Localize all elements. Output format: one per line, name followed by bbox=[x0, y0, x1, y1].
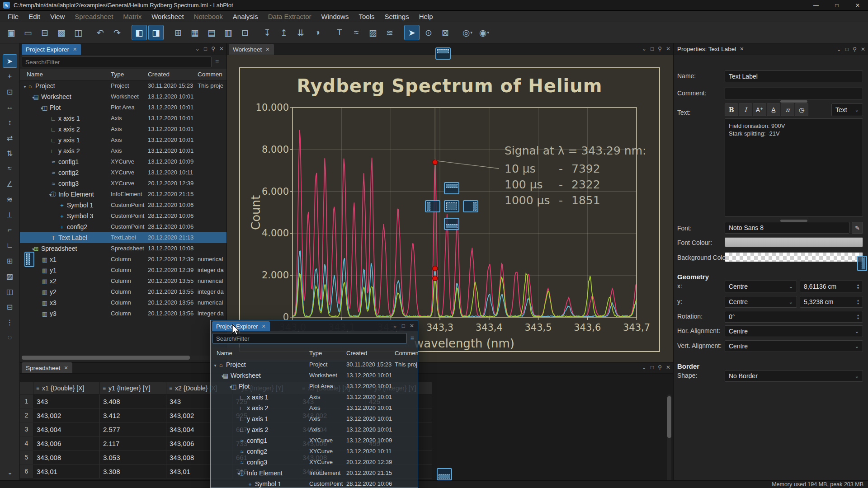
y-anchor-select[interactable]: Centre⌄ bbox=[725, 296, 797, 308]
add-text-label-button[interactable]: T bbox=[332, 25, 347, 40]
tree-row-project[interactable]: ▾⌂ProjectProject30.11.2020 15:23This pro… bbox=[20, 80, 226, 91]
tree-row-config1[interactable]: ≈config1XYCurve13.12.2020 10:09 bbox=[20, 156, 226, 167]
add-axis-button[interactable]: ⊥ bbox=[3, 208, 17, 221]
tree-row-x3[interactable]: ▥x3Column20.12.2020 13:56numerical bbox=[20, 297, 226, 308]
superscript-button[interactable]: A⁺ bbox=[753, 103, 766, 116]
text-content-editor[interactable]: Field ionisation: 900V Stark splitting: … bbox=[725, 118, 863, 217]
scrollbar-thumb[interactable] bbox=[667, 396, 671, 438]
search-input[interactable]: Search/Filter bbox=[212, 333, 407, 344]
shift-y-button[interactable]: ⇅ bbox=[3, 146, 17, 160]
row-number[interactable]: 2 bbox=[20, 408, 33, 422]
dock-close-icon[interactable]: ✕ bbox=[219, 46, 224, 52]
table-cell[interactable]: 3.408 bbox=[100, 394, 166, 408]
dock-menu-icon[interactable]: ⌄ bbox=[642, 364, 646, 371]
add-fit-button[interactable]: ≋ bbox=[3, 192, 17, 206]
tree-row-y-axis-1[interactable]: ∟y axis 1Axis13.12.2020 10:01 bbox=[211, 413, 418, 424]
insert-datetime-button[interactable]: ◷ bbox=[795, 103, 808, 116]
column-header-name[interactable]: Name bbox=[217, 347, 232, 359]
select-mode-button[interactable]: ➤ bbox=[404, 25, 420, 40]
add-horizontal-axis-button[interactable]: ⌐ bbox=[3, 223, 17, 237]
column-header-x1[interactable]: ≡x1 {Double} [X] bbox=[33, 382, 100, 394]
save-project-button[interactable]: ⊟ bbox=[37, 25, 52, 40]
menu-spreadsheet[interactable]: Spreadsheet bbox=[70, 11, 118, 22]
tree-row-worksheet[interactable]: ▾▤WorksheetWorksheet13.12.2020 10:01 bbox=[20, 91, 226, 102]
tree-row-text-label[interactable]: TText LabelTextLabel20.12.2020 21:13 bbox=[20, 232, 226, 243]
choose-font-button[interactable]: ✎ bbox=[852, 222, 863, 234]
title-bar[interactable]: ∿ C:/temp/bin/data/labplot2/examples/Gen… bbox=[0, 0, 868, 11]
properties-close-icon[interactable]: ✕ bbox=[740, 46, 744, 52]
add-grid-button[interactable]: ⊞ bbox=[3, 254, 17, 267]
search-input[interactable]: Search/Filter bbox=[22, 56, 212, 67]
font-colour-swatch[interactable] bbox=[725, 237, 863, 247]
tree-row-config2[interactable]: +config2CustomPoint28.12.2020 10:06 bbox=[20, 221, 226, 232]
table-cell[interactable]: 343 bbox=[33, 394, 100, 408]
column-header-comment[interactable]: Commen bbox=[198, 69, 222, 80]
table-cell[interactable]: 3.308 bbox=[100, 465, 166, 479]
comment-input[interactable] bbox=[725, 88, 863, 99]
border-shape-select[interactable]: No Border⌄ bbox=[725, 370, 863, 382]
zoom-select-mode-button[interactable]: ⊠ bbox=[438, 25, 453, 40]
print-preview-button[interactable]: ◫ bbox=[71, 25, 86, 40]
import-file-button[interactable]: ↧ bbox=[259, 25, 275, 40]
column-header-name[interactable]: Name bbox=[27, 69, 43, 80]
dock-pin-icon[interactable]: ⚲ bbox=[658, 364, 662, 371]
column-header-type[interactable]: Type bbox=[111, 69, 124, 80]
tree-row-config3[interactable]: ≈config3XYCurve20.12.2020 12:39 bbox=[20, 178, 226, 189]
dock-close-icon[interactable]: ✕ bbox=[861, 46, 865, 52]
dock-pin-icon[interactable]: ⚲ bbox=[211, 46, 215, 52]
menu-notebook[interactable]: Notebook bbox=[189, 11, 228, 22]
menu-worksheet[interactable]: Worksheet bbox=[146, 11, 189, 22]
row-number[interactable]: 4 bbox=[20, 436, 33, 450]
tree-row-x1[interactable]: ▥x1Column20.12.2020 12:39numerical bbox=[20, 254, 226, 265]
color-theme-button[interactable]: ◑ bbox=[310, 25, 325, 40]
floating-project-explorer[interactable]: Project Explorer ✕ ⌄ □ ✕ Search/Filter ≡… bbox=[210, 320, 418, 488]
menu-tools[interactable]: Tools bbox=[354, 11, 379, 22]
tree-row-symbol-1[interactable]: +Symbol 1CustomPoint28.12.2020 10:06 bbox=[211, 479, 418, 488]
tree-row-y2[interactable]: ▥y2Column20.12.2020 13:55integer da bbox=[20, 286, 226, 297]
tree-row-worksheet[interactable]: ▾▤WorksheetWorksheet13.12.2020 10:01 bbox=[211, 370, 418, 381]
dock-close-icon[interactable]: ✕ bbox=[666, 46, 670, 52]
tab-close-icon[interactable]: ✕ bbox=[261, 324, 265, 329]
tree-row-spreadsheet[interactable]: ▾⊞SpreadsheetSpreadsheet13.12.2020 10:08 bbox=[20, 243, 226, 254]
dock-float-icon[interactable]: □ bbox=[651, 364, 654, 371]
add-shape-button[interactable]: ◌ bbox=[3, 331, 17, 344]
info-element-label[interactable]: Signal at λ = 343.29 nm: 10 µs-7392100 µ… bbox=[505, 144, 646, 208]
redo-button[interactable]: ↷ bbox=[109, 25, 125, 40]
column-header-y1[interactable]: ≡y1 {Integer} [Y] bbox=[100, 382, 166, 394]
dock-float-icon[interactable]: □ bbox=[204, 46, 207, 52]
table-cell[interactable]: 343,006 bbox=[33, 436, 100, 450]
text-mode-select[interactable]: Text ⌄ bbox=[831, 103, 863, 116]
row-number[interactable]: 5 bbox=[20, 450, 33, 465]
filter-options-icon[interactable]: ≡ bbox=[410, 334, 414, 342]
tab-close-icon[interactable]: ✕ bbox=[64, 365, 68, 371]
expander-icon[interactable]: ▾ bbox=[211, 371, 222, 382]
menu-matrix[interactable]: Matrix bbox=[118, 11, 146, 22]
tree-row-x-axis-2[interactable]: ∟x axis 2Axis13.12.2020 10:01 bbox=[20, 124, 226, 135]
menu-help[interactable]: Help bbox=[414, 11, 438, 22]
subscript-button[interactable]: A̲ bbox=[767, 103, 780, 116]
menu-settings[interactable]: Settings bbox=[379, 11, 414, 22]
menu-edit[interactable]: Edit bbox=[24, 11, 45, 22]
tree-row-config1[interactable]: ≈config1XYCurve13.12.2020 10:09 bbox=[211, 435, 418, 446]
crosshair-button[interactable]: + bbox=[3, 70, 17, 83]
dock-close-icon[interactable]: ✕ bbox=[410, 323, 414, 329]
x-anchor-select[interactable]: Centre⌄ bbox=[725, 281, 797, 292]
crosshair-mode-button[interactable]: ⊙ bbox=[421, 25, 436, 40]
tree-row-plot[interactable]: ▾◫PlotPlot Area13.12.2020 10:01 bbox=[211, 381, 418, 392]
new-datapicker-button[interactable]: ⊡ bbox=[237, 25, 253, 40]
scrollbar-thumb[interactable] bbox=[22, 356, 190, 360]
table-cell[interactable]: 3.053 bbox=[100, 450, 166, 465]
rotation-spinner[interactable]: 0°▴▾ bbox=[725, 311, 863, 323]
italic-button[interactable]: I bbox=[739, 103, 752, 116]
splitter-handle[interactable] bbox=[780, 100, 807, 103]
tree-row-x-axis-2[interactable]: ∟x axis 2Axis13.12.2020 10:01 bbox=[211, 403, 418, 413]
background-colour-swatch[interactable] bbox=[725, 252, 863, 262]
add-layout-button[interactable]: ◫ bbox=[3, 285, 17, 298]
x-position-spinner[interactable]: 8,61136 cm▴▾ bbox=[800, 281, 863, 292]
toggle-project-explorer-button[interactable]: ◧ bbox=[132, 25, 147, 40]
expander-icon[interactable]: ▾ bbox=[20, 103, 41, 114]
table-cell[interactable]: 343,004 bbox=[33, 422, 100, 436]
expander-icon[interactable]: ▾ bbox=[20, 81, 26, 92]
new-spreadsheet-button[interactable]: ⊞ bbox=[170, 25, 186, 40]
remove-layout-button[interactable]: ⊟ bbox=[3, 300, 17, 314]
